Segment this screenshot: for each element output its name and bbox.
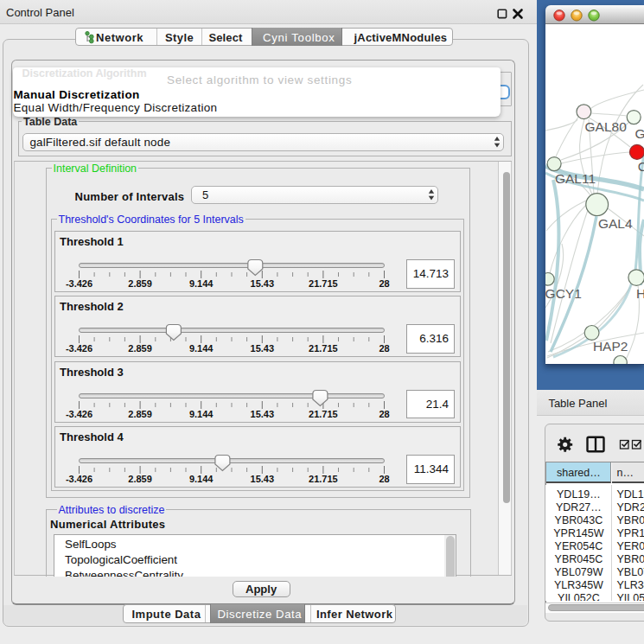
svg-text:15.43: 15.43 bbox=[250, 343, 274, 354]
svg-text:GAL80: GAL80 bbox=[585, 119, 628, 134]
svg-text:15.43: 15.43 bbox=[250, 409, 274, 419]
svg-text:GAL4: GAL4 bbox=[598, 216, 633, 231]
svg-text:21.715: 21.715 bbox=[309, 278, 338, 289]
svg-text:-3.426: -3.426 bbox=[65, 474, 92, 484]
svg-text:9.144: 9.144 bbox=[188, 278, 213, 289]
svg-text:2.859: 2.859 bbox=[128, 343, 152, 354]
svg-text:C: C bbox=[638, 159, 644, 174]
svg-text:2.859: 2.859 bbox=[128, 474, 152, 484]
svg-text:21.715: 21.715 bbox=[309, 343, 338, 354]
svg-text:9.144: 9.144 bbox=[188, 474, 213, 484]
svg-text:HAP2: HAP2 bbox=[593, 339, 628, 354]
svg-text:21.715: 21.715 bbox=[309, 409, 338, 419]
svg-text:15.43: 15.43 bbox=[250, 278, 274, 289]
svg-text:-3.426: -3.426 bbox=[65, 343, 92, 354]
svg-text:GA: GA bbox=[635, 126, 644, 141]
svg-text:9.144: 9.144 bbox=[188, 409, 213, 419]
svg-text:15.43: 15.43 bbox=[250, 474, 274, 484]
svg-text:-3.426: -3.426 bbox=[65, 409, 92, 419]
svg-text:28: 28 bbox=[379, 409, 389, 419]
svg-text:21.715: 21.715 bbox=[309, 474, 338, 484]
svg-text:28: 28 bbox=[379, 474, 389, 484]
svg-text:28: 28 bbox=[379, 278, 389, 289]
svg-text:9.144: 9.144 bbox=[188, 343, 213, 354]
svg-text:GAL11: GAL11 bbox=[555, 171, 596, 186]
svg-text:28: 28 bbox=[379, 343, 389, 354]
svg-text:H: H bbox=[636, 286, 644, 301]
svg-text:GCY1: GCY1 bbox=[545, 286, 582, 301]
svg-text:2.859: 2.859 bbox=[128, 278, 152, 289]
svg-text:-3.426: -3.426 bbox=[65, 278, 92, 289]
svg-text:2.859: 2.859 bbox=[128, 409, 152, 419]
